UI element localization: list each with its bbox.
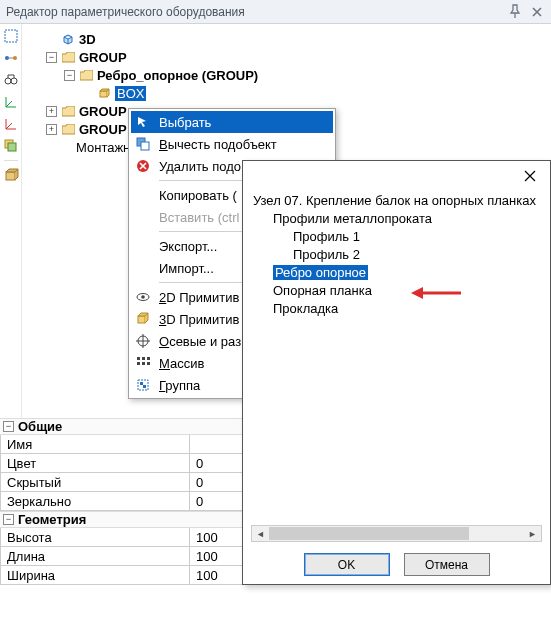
svg-point-14 — [141, 295, 145, 299]
svg-rect-11 — [141, 142, 149, 150]
folder-icon — [61, 122, 75, 136]
scroll-right-icon[interactable]: ► — [524, 526, 541, 541]
side-toolbar — [0, 24, 22, 434]
dialog-close-button[interactable] — [514, 164, 546, 188]
dlg-node-title[interactable]: Узел 07. Крепление балок на опорных план… — [251, 191, 542, 209]
tool-axis1-icon[interactable] — [3, 94, 19, 110]
folder-icon — [61, 104, 75, 118]
cm-subtract[interactable]: Вычесть подобъект — [131, 133, 333, 155]
dlg-node-profile1[interactable]: Профиль 1 — [251, 227, 542, 245]
svg-rect-15 — [138, 316, 145, 323]
svg-rect-26 — [140, 382, 143, 385]
svg-rect-27 — [143, 385, 146, 388]
tool-box-icon[interactable] — [3, 167, 19, 183]
svg-rect-23 — [142, 362, 145, 365]
svg-rect-21 — [147, 357, 150, 360]
tool-binoculars-icon[interactable] — [3, 72, 19, 88]
cube-icon — [133, 309, 153, 329]
tree-node-box[interactable]: BOX — [28, 84, 551, 102]
svg-rect-20 — [142, 357, 145, 360]
svg-rect-9 — [100, 91, 107, 97]
eye-icon — [133, 287, 153, 307]
select-icon — [133, 112, 153, 132]
group-icon — [133, 375, 153, 395]
cancel-button[interactable]: Отмена — [404, 553, 490, 576]
folder-icon — [79, 68, 93, 82]
tree-node-3d[interactable]: 3D — [28, 30, 551, 48]
svg-rect-22 — [137, 362, 140, 365]
folder-icon — [61, 50, 75, 64]
tree-node-rebro[interactable]: − Ребро_опорное (GROUP) — [28, 66, 551, 84]
tool-select-icon[interactable] — [3, 28, 19, 44]
panel-header: Редактор параметрического оборудования — [0, 0, 551, 24]
tree-node-group-1[interactable]: − GROUP — [28, 48, 551, 66]
toggle-expand-icon[interactable]: + — [46, 124, 57, 135]
tool-axis2-icon[interactable] — [3, 116, 19, 132]
svg-rect-0 — [5, 30, 17, 42]
panel-title: Редактор параметрического оборудования — [6, 5, 507, 19]
dlg-node-rebro[interactable]: Ребро опорное — [251, 263, 542, 281]
dialog-tree[interactable]: Узел 07. Крепление балок на опорных план… — [243, 191, 550, 519]
box-icon — [97, 86, 111, 100]
close-panel-icon[interactable] — [529, 4, 545, 20]
scroll-left-icon[interactable]: ◄ — [252, 526, 269, 541]
pin-icon[interactable] — [507, 4, 523, 20]
tool-sep1 — [4, 160, 18, 161]
svg-point-4 — [5, 78, 11, 84]
tree-node-box-label: BOX — [115, 86, 146, 101]
scroll-thumb[interactable] — [269, 527, 469, 540]
scroll-track[interactable] — [269, 526, 524, 541]
cm-select[interactable]: Выбрать — [131, 111, 333, 133]
svg-rect-8 — [6, 172, 15, 180]
toggle-collapse-icon[interactable]: − — [3, 421, 14, 432]
import-dialog: Узел 07. Крепление балок на опорных план… — [242, 160, 551, 585]
dialog-hscrollbar[interactable]: ◄ ► — [251, 525, 542, 542]
delete-icon — [133, 156, 153, 176]
dlg-node-profiles[interactable]: Профили металлопроката — [251, 209, 542, 227]
toggle-collapse-icon[interactable]: − — [3, 514, 14, 525]
subtract-icon — [133, 134, 153, 154]
axes-icon — [133, 331, 153, 351]
dlg-node-profile2[interactable]: Профиль 2 — [251, 245, 542, 263]
ok-button[interactable]: OK — [304, 553, 390, 576]
svg-rect-19 — [137, 357, 140, 360]
toggle-collapse-icon[interactable]: − — [46, 52, 57, 63]
cube-3d-icon — [61, 32, 75, 46]
svg-rect-24 — [147, 362, 150, 365]
tool-edit-node-icon[interactable] — [3, 50, 19, 66]
dlg-node-planka[interactable]: Опорная планка — [251, 281, 542, 299]
toggle-collapse-icon[interactable]: − — [64, 70, 75, 81]
toggle-expand-icon[interactable]: + — [46, 106, 57, 117]
array-icon — [133, 353, 153, 373]
svg-rect-7 — [8, 143, 16, 151]
svg-point-5 — [11, 78, 17, 84]
dlg-node-prokladka[interactable]: Прокладка — [251, 299, 542, 317]
tool-layers-icon[interactable] — [3, 138, 19, 154]
